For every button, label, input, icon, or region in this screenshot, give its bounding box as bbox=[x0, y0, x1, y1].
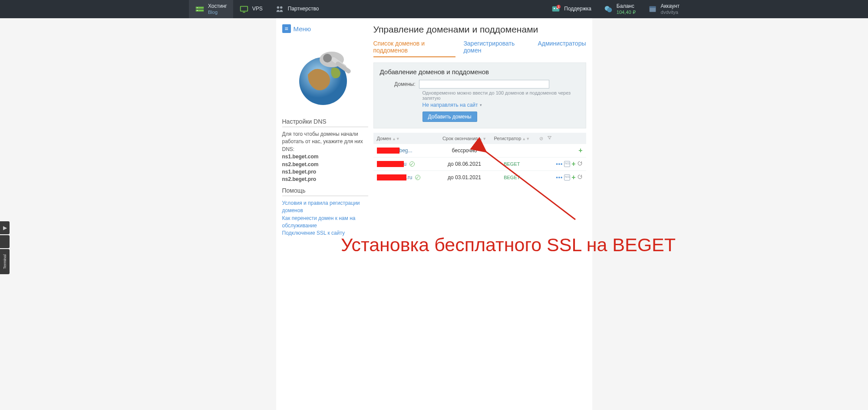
hosting-icon bbox=[195, 4, 205, 14]
tab-admins[interactable]: Администраторы bbox=[538, 40, 586, 57]
vps-icon bbox=[239, 4, 249, 14]
nav-vps[interactable]: VPS bbox=[233, 0, 269, 18]
svg-rect-16 bbox=[649, 7, 656, 8]
more-icon[interactable]: ••• bbox=[556, 174, 563, 180]
nav-partner[interactable]: Партнерство bbox=[269, 0, 325, 18]
domains-table: Домен▲▼ Срок окончания▲▼ Регистратор▲▼ ⊘… bbox=[373, 133, 586, 184]
add-domain-heading: Добавление доменов и поддоменов bbox=[380, 68, 580, 75]
page-title: Управление доменами и поддоменами bbox=[373, 24, 586, 35]
nav-support[interactable]: 1 Поддержка bbox=[545, 0, 597, 18]
nav-balance[interactable]: Баланс104,40 ₽ bbox=[597, 0, 642, 18]
domains-label: Домены: bbox=[380, 80, 419, 87]
add-subdomain-icon[interactable]: + bbox=[571, 160, 575, 168]
filter-icon[interactable] bbox=[547, 136, 552, 141]
nav-account-title: Аккаунт bbox=[661, 3, 680, 9]
svg-point-21 bbox=[323, 54, 332, 62]
add-subdomain-icon[interactable]: + bbox=[571, 174, 575, 181]
ns-icon[interactable]: NS bbox=[564, 161, 570, 167]
partner-icon bbox=[275, 4, 284, 14]
svg-rect-9 bbox=[554, 8, 555, 9]
more-icon[interactable]: ••• bbox=[556, 161, 563, 167]
nav-hosting-sub: Blog bbox=[208, 10, 227, 15]
check-icon: ✓ bbox=[415, 175, 420, 180]
domains-input[interactable] bbox=[419, 80, 549, 89]
balance-icon bbox=[604, 4, 613, 14]
edge-toolbar: ▶ Terminal bbox=[0, 221, 10, 275]
th-domain[interactable]: Домен▲▼ bbox=[373, 133, 439, 144]
tabs: Список доменов и поддоменов Зарегистриро… bbox=[373, 40, 586, 57]
add-domains-button[interactable]: Добавить домены bbox=[422, 112, 477, 122]
table-row: u ✓до 08.06.2021BEGET•••NS+ bbox=[373, 157, 586, 171]
svg-point-2 bbox=[197, 7, 198, 8]
redirect-dropdown[interactable]: Не направлять на сайт bbox=[422, 102, 482, 108]
edge-terminal[interactable]: Terminal bbox=[0, 249, 10, 274]
svg-rect-5 bbox=[243, 12, 245, 13]
tab-register-domain[interactable]: Зарегистрировать домен bbox=[463, 40, 530, 57]
add-domain-box: Добавление доменов и поддоменов Домены: … bbox=[373, 62, 586, 128]
svg-point-6 bbox=[277, 7, 279, 9]
nav-vps-title: VPS bbox=[252, 6, 263, 12]
dns-text: Для того чтобы домены начали работать от… bbox=[282, 131, 368, 184]
nav-hosting[interactable]: ХостингBlog bbox=[189, 0, 233, 18]
add-subdomain-icon[interactable]: + bbox=[578, 147, 582, 154]
svg-rect-4 bbox=[241, 7, 248, 11]
check-icon: ✓ bbox=[409, 161, 415, 167]
ns-icon[interactable]: NS bbox=[564, 174, 570, 180]
tab-domain-list[interactable]: Список доменов и поддоменов bbox=[373, 40, 456, 57]
top-navbar: ХостингBlog VPS Партнерство 1 Поддержка … bbox=[0, 0, 868, 18]
edge-apple-icon[interactable] bbox=[0, 235, 10, 248]
nav-balance-amount: 104,40 ₽ bbox=[617, 10, 636, 15]
help-link-0[interactable]: Условия и правила регистрации доменов bbox=[282, 200, 368, 215]
nav-balance-title: Баланс bbox=[617, 3, 636, 9]
nav-support-title: Поддержка bbox=[564, 6, 591, 12]
table-row: beg...бессрочно+ bbox=[373, 144, 586, 157]
annotation-text: Установка бесплатного SSL на BEGET bbox=[341, 234, 676, 256]
help-heading: Помощь bbox=[282, 187, 368, 196]
th-expiry[interactable]: Срок окончания▲▼ bbox=[439, 133, 491, 144]
nav-partner-title: Партнерство bbox=[288, 6, 319, 12]
nav-hosting-title: Хостинг bbox=[208, 3, 227, 9]
refresh-icon[interactable] bbox=[577, 174, 583, 181]
account-icon bbox=[648, 4, 657, 14]
menu-icon: ≡ bbox=[282, 24, 291, 33]
domains-hint: Одновременно можно ввести до 100 доменов… bbox=[422, 90, 580, 101]
svg-point-7 bbox=[280, 7, 283, 9]
menu-label: Меню bbox=[294, 25, 311, 33]
stop-icon[interactable]: ⊘ bbox=[539, 136, 543, 141]
help-link-1[interactable]: Как перенести домен к нам на обслуживани… bbox=[282, 215, 368, 230]
support-icon: 1 bbox=[551, 4, 561, 14]
th-actions: ⊘ bbox=[533, 133, 586, 144]
sidebar-illustration bbox=[288, 40, 362, 109]
svg-point-14 bbox=[607, 7, 612, 12]
svg-point-3 bbox=[197, 10, 198, 11]
menu-toggle[interactable]: ≡ Меню bbox=[282, 24, 311, 33]
refresh-icon[interactable] bbox=[577, 161, 583, 167]
dns-heading: Настройки DNS bbox=[282, 118, 368, 127]
nav-account[interactable]: Аккаунтdvdvitya bbox=[642, 0, 686, 18]
edge-play-icon[interactable]: ▶ bbox=[0, 221, 10, 234]
table-row: .ru ✓до 03.01.2021BEGET•••NS+ bbox=[373, 171, 586, 184]
th-registrar[interactable]: Регистратор▲▼ bbox=[491, 133, 534, 144]
svg-text:1: 1 bbox=[558, 5, 560, 9]
nav-account-user: dvdvitya bbox=[661, 10, 680, 15]
